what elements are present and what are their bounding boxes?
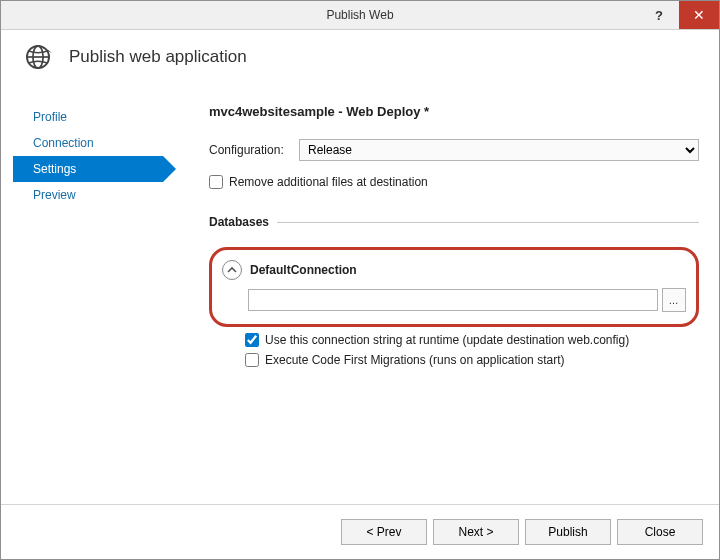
close-window-button[interactable]: ✕: [679, 1, 719, 29]
remove-files-row: Remove additional files at destination: [209, 175, 699, 189]
page-title: mvc4websitesample - Web Deploy *: [209, 104, 699, 119]
default-connection-panel: DefaultConnection …: [209, 247, 699, 327]
remove-files-checkbox[interactable]: [209, 175, 223, 189]
dialog-subtitle: Publish web application: [69, 47, 247, 67]
settings-page: mvc4websitesample - Web Deploy * Configu…: [163, 94, 699, 504]
sidebar-item-settings[interactable]: Settings: [13, 156, 163, 182]
configuration-label: Configuration:: [209, 143, 299, 157]
next-button[interactable]: Next >: [433, 519, 519, 545]
sidebar-item-profile[interactable]: Profile: [13, 104, 163, 130]
db-name: DefaultConnection: [250, 263, 357, 277]
dialog-footer: < Prev Next > Publish Close: [1, 504, 719, 559]
remove-files-label: Remove additional files at destination: [229, 175, 428, 189]
use-runtime-label: Use this connection string at runtime (u…: [265, 333, 629, 347]
publish-web-dialog: Publish Web ? ✕ Publish web application …: [0, 0, 720, 560]
exec-migrations-checkbox[interactable]: [245, 353, 259, 367]
connection-string-input[interactable]: [248, 289, 658, 311]
sidebar-item-connection[interactable]: Connection: [13, 130, 163, 156]
exec-migrations-row: Execute Code First Migrations (runs on a…: [209, 353, 699, 367]
help-button[interactable]: ?: [639, 1, 679, 29]
use-runtime-checkbox[interactable]: [245, 333, 259, 347]
section-divider: [277, 222, 699, 223]
dialog-header: Publish web application: [1, 30, 719, 90]
globe-icon: [21, 40, 55, 74]
publish-button[interactable]: Publish: [525, 519, 611, 545]
use-runtime-row: Use this connection string at runtime (u…: [209, 333, 699, 347]
configuration-select[interactable]: Release: [299, 139, 699, 161]
db-header: DefaultConnection: [222, 260, 686, 280]
connection-string-row: …: [222, 288, 686, 312]
sidebar-item-preview[interactable]: Preview: [13, 182, 163, 208]
dialog-body: Profile Connection Settings Preview mvc4…: [1, 90, 719, 504]
databases-section-label: Databases: [209, 215, 277, 229]
databases-section: Databases: [209, 215, 699, 229]
titlebar: Publish Web ? ✕: [1, 1, 719, 30]
prev-button[interactable]: < Prev: [341, 519, 427, 545]
sidebar: Profile Connection Settings Preview: [13, 94, 163, 504]
collapse-icon[interactable]: [222, 260, 242, 280]
browse-connection-button[interactable]: …: [662, 288, 686, 312]
configuration-row: Configuration: Release: [209, 139, 699, 161]
window-title: Publish Web: [1, 8, 719, 22]
exec-migrations-label: Execute Code First Migrations (runs on a…: [265, 353, 564, 367]
window-controls: ? ✕: [639, 1, 719, 29]
close-button[interactable]: Close: [617, 519, 703, 545]
